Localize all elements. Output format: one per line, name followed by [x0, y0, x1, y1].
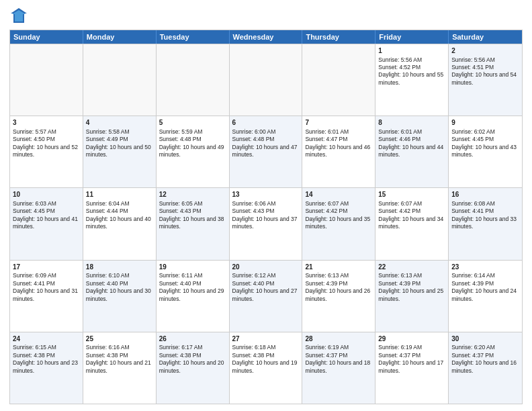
calendar-cell: 9Sunrise: 6:02 AM Sunset: 4:45 PM Daylig…: [449, 116, 522, 187]
calendar-cell: 2Sunrise: 5:56 AM Sunset: 4:51 PM Daylig…: [449, 44, 522, 116]
day-info: Sunrise: 6:12 AM Sunset: 4:40 PM Dayligh…: [232, 272, 298, 302]
day-info: Sunrise: 6:17 AM Sunset: 4:38 PM Dayligh…: [159, 344, 224, 373]
day-number: 16: [451, 190, 519, 199]
day-info: Sunrise: 6:20 AM Sunset: 4:37 PM Dayligh…: [451, 344, 517, 373]
calendar-cell: [83, 44, 157, 116]
calendar-cell: 16Sunrise: 6:08 AM Sunset: 4:41 PM Dayli…: [449, 188, 522, 259]
day-number: 26: [159, 334, 226, 344]
calendar-cell: 4Sunrise: 5:58 AM Sunset: 4:49 PM Daylig…: [83, 116, 157, 187]
weekday-header: Sunday: [10, 30, 83, 44]
calendar-cell: 22Sunrise: 6:13 AM Sunset: 4:39 PM Dayli…: [375, 261, 449, 332]
weekday-header: Thursday: [302, 30, 375, 44]
day-info: Sunrise: 5:58 AM Sunset: 4:49 PM Dayligh…: [86, 128, 151, 158]
day-info: Sunrise: 6:16 AM Sunset: 4:38 PM Dayligh…: [86, 344, 151, 373]
calendar-cell: 30Sunrise: 6:20 AM Sunset: 4:37 PM Dayli…: [449, 332, 522, 404]
calendar-cell: 28Sunrise: 6:19 AM Sunset: 4:37 PM Dayli…: [302, 332, 375, 404]
day-number: 23: [451, 263, 519, 272]
calendar-cell: 15Sunrise: 6:07 AM Sunset: 4:42 PM Dayli…: [375, 188, 449, 259]
calendar-cell: 10Sunrise: 6:03 AM Sunset: 4:45 PM Dayli…: [10, 188, 83, 259]
day-number: 19: [159, 263, 226, 272]
calendar-cell: 19Sunrise: 6:11 AM Sunset: 4:40 PM Dayli…: [157, 261, 230, 332]
day-info: Sunrise: 6:00 AM Sunset: 4:48 PM Dayligh…: [232, 128, 298, 158]
calendar-cell: [302, 44, 375, 116]
day-number: 14: [305, 190, 372, 199]
day-number: 3: [13, 118, 80, 128]
day-info: Sunrise: 6:02 AM Sunset: 4:45 PM Dayligh…: [451, 128, 517, 158]
logo-icon: [9, 7, 28, 26]
weekday-header: Saturday: [449, 30, 522, 44]
day-number: 10: [13, 190, 80, 199]
calendar: SundayMondayTuesdayWednesdayThursdayFrid…: [9, 30, 523, 404]
day-info: Sunrise: 6:19 AM Sunset: 4:37 PM Dayligh…: [378, 344, 443, 373]
calendar-cell: 20Sunrise: 6:12 AM Sunset: 4:40 PM Dayli…: [230, 261, 303, 332]
day-number: 30: [451, 334, 519, 344]
calendar-row: 17Sunrise: 6:09 AM Sunset: 4:41 PM Dayli…: [10, 260, 522, 332]
day-info: Sunrise: 6:05 AM Sunset: 4:43 PM Dayligh…: [159, 200, 224, 230]
day-info: Sunrise: 6:07 AM Sunset: 4:42 PM Dayligh…: [378, 200, 443, 230]
day-number: 28: [305, 334, 372, 344]
page: SundayMondayTuesdayWednesdayThursdayFrid…: [0, 0, 532, 411]
calendar-cell: 25Sunrise: 6:16 AM Sunset: 4:38 PM Dayli…: [83, 332, 157, 404]
day-info: Sunrise: 6:01 AM Sunset: 4:46 PM Dayligh…: [378, 128, 443, 158]
calendar-cell: 18Sunrise: 6:10 AM Sunset: 4:40 PM Dayli…: [83, 261, 157, 332]
calendar-cell: 5Sunrise: 5:59 AM Sunset: 4:48 PM Daylig…: [157, 116, 230, 187]
calendar-cell: 17Sunrise: 6:09 AM Sunset: 4:41 PM Dayli…: [10, 261, 83, 332]
day-info: Sunrise: 5:57 AM Sunset: 4:50 PM Dayligh…: [13, 128, 78, 158]
day-info: Sunrise: 5:56 AM Sunset: 4:52 PM Dayligh…: [378, 56, 443, 86]
calendar-cell: 23Sunrise: 6:14 AM Sunset: 4:39 PM Dayli…: [449, 261, 522, 332]
day-info: Sunrise: 6:03 AM Sunset: 4:45 PM Dayligh…: [13, 200, 78, 230]
calendar-cell: [10, 44, 83, 116]
day-number: 20: [232, 263, 300, 272]
calendar-cell: 11Sunrise: 6:04 AM Sunset: 4:44 PM Dayli…: [83, 188, 157, 259]
weekday-header: Monday: [83, 30, 157, 44]
day-number: 4: [86, 118, 153, 128]
day-info: Sunrise: 6:01 AM Sunset: 4:47 PM Dayligh…: [305, 128, 370, 158]
calendar-row: 1Sunrise: 5:56 AM Sunset: 4:52 PM Daylig…: [10, 44, 522, 116]
day-info: Sunrise: 6:07 AM Sunset: 4:42 PM Dayligh…: [305, 200, 370, 230]
calendar-cell: 27Sunrise: 6:18 AM Sunset: 4:38 PM Dayli…: [230, 332, 303, 404]
day-info: Sunrise: 6:13 AM Sunset: 4:39 PM Dayligh…: [305, 272, 370, 302]
day-info: Sunrise: 6:10 AM Sunset: 4:40 PM Dayligh…: [86, 272, 151, 302]
calendar-cell: 21Sunrise: 6:13 AM Sunset: 4:39 PM Dayli…: [302, 261, 375, 332]
day-number: 24: [13, 334, 80, 344]
day-info: Sunrise: 6:04 AM Sunset: 4:44 PM Dayligh…: [86, 200, 151, 230]
calendar-body: 1Sunrise: 5:56 AM Sunset: 4:52 PM Daylig…: [10, 44, 522, 404]
header: [9, 7, 523, 26]
day-number: 21: [305, 263, 372, 272]
day-number: 29: [378, 334, 445, 344]
day-number: 13: [232, 190, 300, 199]
day-number: 18: [86, 263, 153, 272]
calendar-cell: 12Sunrise: 6:05 AM Sunset: 4:43 PM Dayli…: [157, 188, 230, 259]
calendar-row: 3Sunrise: 5:57 AM Sunset: 4:50 PM Daylig…: [10, 116, 522, 187]
day-number: 11: [86, 190, 153, 199]
day-info: Sunrise: 6:13 AM Sunset: 4:39 PM Dayligh…: [378, 272, 443, 302]
day-number: 27: [232, 334, 300, 344]
day-info: Sunrise: 5:56 AM Sunset: 4:51 PM Dayligh…: [451, 56, 517, 86]
calendar-cell: 14Sunrise: 6:07 AM Sunset: 4:42 PM Dayli…: [302, 188, 375, 259]
calendar-header: SundayMondayTuesdayWednesdayThursdayFrid…: [10, 30, 522, 44]
day-number: 6: [232, 118, 300, 128]
logo: [9, 7, 31, 26]
day-info: Sunrise: 5:59 AM Sunset: 4:48 PM Dayligh…: [159, 128, 224, 158]
weekday-header: Wednesday: [230, 30, 303, 44]
weekday-header: Tuesday: [157, 30, 230, 44]
calendar-row: 10Sunrise: 6:03 AM Sunset: 4:45 PM Dayli…: [10, 187, 522, 259]
day-number: 17: [13, 263, 80, 272]
day-number: 7: [305, 118, 372, 128]
day-info: Sunrise: 6:19 AM Sunset: 4:37 PM Dayligh…: [305, 344, 370, 373]
calendar-cell: 26Sunrise: 6:17 AM Sunset: 4:38 PM Dayli…: [157, 332, 230, 404]
day-number: 1: [378, 46, 445, 56]
calendar-cell: [157, 44, 230, 116]
calendar-row: 24Sunrise: 6:15 AM Sunset: 4:38 PM Dayli…: [10, 332, 522, 404]
day-number: 15: [378, 190, 445, 199]
day-number: 8: [378, 118, 445, 128]
calendar-cell: 6Sunrise: 6:00 AM Sunset: 4:48 PM Daylig…: [230, 116, 303, 187]
calendar-cell: 3Sunrise: 5:57 AM Sunset: 4:50 PM Daylig…: [10, 116, 83, 187]
day-number: 25: [86, 334, 153, 344]
calendar-cell: 8Sunrise: 6:01 AM Sunset: 4:46 PM Daylig…: [375, 116, 449, 187]
day-info: Sunrise: 6:18 AM Sunset: 4:38 PM Dayligh…: [232, 344, 298, 373]
calendar-cell: 24Sunrise: 6:15 AM Sunset: 4:38 PM Dayli…: [10, 332, 83, 404]
calendar-cell: 13Sunrise: 6:06 AM Sunset: 4:43 PM Dayli…: [230, 188, 303, 259]
day-info: Sunrise: 6:11 AM Sunset: 4:40 PM Dayligh…: [159, 272, 224, 302]
day-number: 5: [159, 118, 226, 128]
